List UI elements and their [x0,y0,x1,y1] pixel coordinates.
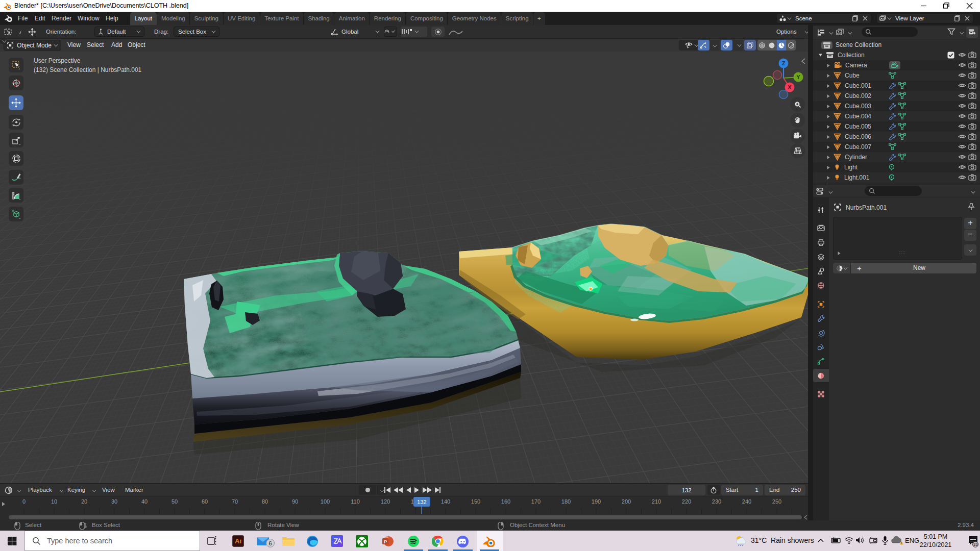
svg-text:15: 15 [973,542,978,547]
svg-text:X: X [788,84,792,90]
svg-text:P: P [384,539,387,544]
svg-text:Z: Z [782,60,786,66]
svg-text:Y: Y [796,74,800,80]
